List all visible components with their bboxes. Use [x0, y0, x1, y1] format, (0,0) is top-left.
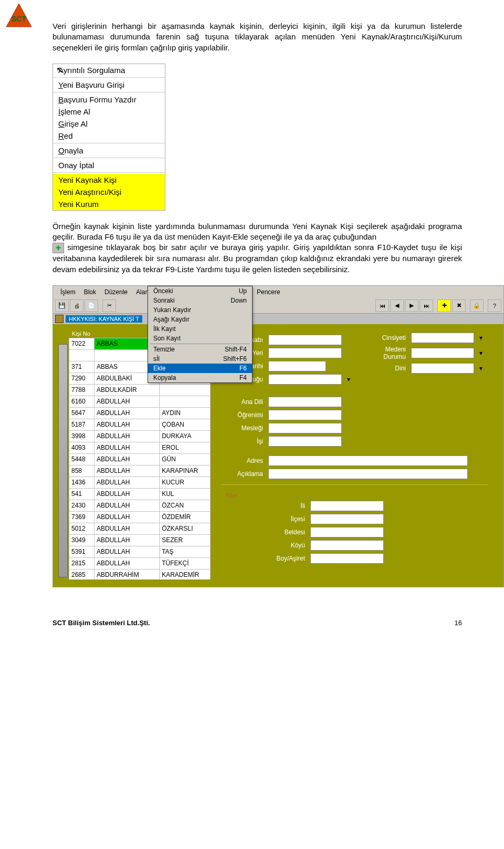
- label-beldesi: Beldesi: [263, 529, 305, 536]
- menu-item[interactable]: Yeni Başvuru Girişi: [53, 79, 165, 91]
- label-adres: Adres: [221, 457, 263, 464]
- kayit-dropdown-menu: ÖncekiUpSonrakiDownYukarı KaydırAşağı Ka…: [148, 286, 253, 383]
- label-ana-dili: Ana Dili: [221, 398, 263, 406]
- table-row[interactable]: 5448ABDULLAHGÜN: [69, 453, 211, 465]
- dropdown-item[interactable]: Aşağı Kaydır: [148, 315, 252, 324]
- menu-item[interactable]: Onayla: [53, 144, 165, 157]
- input-dogum-yeri[interactable]: [268, 348, 342, 358]
- dropdown-item[interactable]: ÖncekiUp: [148, 286, 252, 296]
- svg-text:SCT: SCT: [12, 15, 26, 23]
- table-row[interactable]: 4093ABDULLAHEROL: [69, 442, 211, 453]
- menu-separator: [53, 158, 165, 158]
- table-row[interactable]: 3049ABDULLAHSEZER: [69, 534, 211, 546]
- table-row[interactable]: 2685ABDURRAHİMKARADEMİR: [69, 569, 211, 579]
- input-dogum-tarihi[interactable]: [268, 361, 326, 371]
- menubar-item[interactable]: Düzenle: [101, 287, 131, 297]
- table-row[interactable]: 858ABDULLAHKARAPINAR: [69, 465, 211, 477]
- label-medeni: Medeni Durumu: [364, 346, 406, 360]
- input-ogrenimi[interactable]: [268, 410, 342, 420]
- input-beldesi[interactable]: [310, 527, 384, 537]
- label-cinsiyeti: Cinsiyeti: [364, 334, 406, 341]
- toolbar-add-record[interactable]: ✚: [437, 299, 451, 312]
- toolbar-button[interactable]: 💾: [55, 299, 69, 312]
- table-row[interactable]: 541ABDULLAHKUL: [69, 488, 211, 500]
- table-row[interactable]: 2430ABDULLAHÖZCAN: [69, 500, 211, 511]
- page-footer: SCT Bilişim Sistemleri Ltd.Şti. 16: [52, 619, 462, 627]
- window-title: HKKYKISI: KAYNAK KİŞİ T: [66, 315, 142, 323]
- input-medeni[interactable]: [411, 348, 474, 358]
- dropdown-item[interactable]: İlk Kayıt: [148, 324, 252, 334]
- label-dini: Dini: [364, 365, 406, 372]
- application-screenshot: İşlemBlokDüzenleAlanKayıtSorguYardımDiğe…: [52, 285, 504, 587]
- label-aciklama: Açıklama: [221, 470, 263, 478]
- input-dini[interactable]: [411, 363, 474, 374]
- toolbar-nav-prev[interactable]: ◀: [390, 299, 404, 312]
- input-ilcesi[interactable]: [310, 514, 384, 524]
- top-right-field-group: Cinsiyeti▾ Medeni Durumu▾ Dini▾: [364, 333, 482, 376]
- input-aciklama[interactable]: [268, 469, 468, 479]
- menu-item-highlighted[interactable]: Yeni Kaynak Kişi: [53, 174, 165, 186]
- menu-item-highlighted[interactable]: Yeni Araştırıcı/Kişi: [53, 186, 165, 198]
- toolbar-button[interactable]: ✂: [102, 299, 116, 312]
- menubar-item[interactable]: İşlem: [57, 287, 79, 297]
- input-ana-dili[interactable]: [268, 397, 342, 407]
- table-row[interactable]: 5012ABDULLAHÖZKARSLI: [69, 523, 211, 534]
- input-koyu[interactable]: [310, 540, 384, 551]
- toolbar-nav-last[interactable]: ⏭: [419, 299, 433, 312]
- toolbar-nav-next[interactable]: ▶: [405, 299, 418, 312]
- input-isi[interactable]: [268, 436, 342, 447]
- page-number: 16: [455, 619, 462, 627]
- window-icon: [55, 315, 64, 323]
- input-uyrugu[interactable]: [268, 374, 342, 385]
- table-row[interactable]: 3998ABDULLAHDURKAYA: [69, 430, 211, 442]
- detail-panel: Cinsiyeti▾ Medeni Durumu▾ Dini▾ Lakabı D…: [211, 329, 498, 582]
- table-row[interactable]: 2815ABDULLAHTÜFEKÇİ: [69, 557, 211, 569]
- dropdown-item[interactable]: Yukarı Kaydır: [148, 305, 252, 315]
- toolbar-help[interactable]: ?: [488, 299, 501, 312]
- dropdown-separator: [150, 344, 250, 344]
- input-meslegi[interactable]: [268, 423, 342, 433]
- table-row[interactable]: 5187ABDULLAHÇOBAN: [69, 419, 211, 430]
- menu-item[interactable]: ↖Ayrıntılı Sorgulama: [53, 64, 165, 76]
- add-record-toolbar-icon: [52, 243, 64, 253]
- toolbar-button[interactable]: 🔒: [470, 299, 484, 312]
- dropdown-item[interactable]: EkleF6: [148, 364, 252, 373]
- table-row[interactable]: 5391ABDULLAHTAŞ: [69, 546, 211, 557]
- menu-item[interactable]: Red: [53, 130, 165, 142]
- dropdown-item[interactable]: Son Kayıt: [148, 334, 252, 343]
- dropdown-item[interactable]: KopyalaF4: [148, 373, 252, 382]
- menu-item[interactable]: Başvuru Formu Yazdır: [53, 94, 165, 106]
- input-lakabi[interactable]: [268, 335, 342, 345]
- toolbar-nav-first[interactable]: ⏮: [375, 299, 389, 312]
- menu-item[interactable]: Girişe Al: [53, 118, 165, 130]
- yore-fieldset: Yöre İli İlçesi Beldesi Köyü Boy/Aşiret: [221, 484, 488, 564]
- input-boy[interactable]: [310, 553, 384, 564]
- input-adres[interactable]: [268, 455, 468, 466]
- dropdown-item[interactable]: TemizleShift-F4: [148, 345, 252, 354]
- menu-separator: [53, 77, 165, 78]
- toolbar-button[interactable]: 📄: [85, 299, 98, 312]
- input-cinsiyeti[interactable]: [411, 333, 474, 343]
- menu-item[interactable]: İşleme Al: [53, 106, 165, 118]
- table-row[interactable]: 7788ABDULKADİR: [69, 384, 211, 396]
- label-ilcesi: İlçesi: [263, 515, 305, 523]
- menubar-item[interactable]: Blok: [81, 287, 99, 297]
- label-isi: İşi: [221, 438, 263, 445]
- label-ili: İli: [263, 502, 305, 510]
- scrollbar[interactable]: [58, 344, 68, 577]
- dropdown-item[interactable]: sİlShift+F6: [148, 354, 252, 364]
- toolbar-button[interactable]: 🖨: [70, 299, 83, 312]
- toolbar-delete-record[interactable]: ✖: [452, 299, 466, 312]
- label-ogrenimi: Öğrenimi: [221, 411, 263, 419]
- table-row[interactable]: 1436ABDULLAHKUCUR: [69, 477, 211, 488]
- window-title-row: HKKYKISI: KAYNAK KİŞİ T: [53, 314, 503, 324]
- menu-item-highlighted[interactable]: Yeni Kurum: [53, 198, 165, 210]
- menu-item[interactable]: Onay İptal: [53, 159, 165, 171]
- paragraph-1: Veri girişlerinin herhangi bir aşamasınd…: [52, 21, 462, 53]
- menubar-item[interactable]: Pencere: [254, 287, 284, 297]
- dropdown-item[interactable]: SonrakiDown: [148, 296, 252, 305]
- table-row[interactable]: 6160ABDULLAH: [69, 396, 211, 407]
- table-row[interactable]: 7369ABDULLAHÖZDEMİR: [69, 511, 211, 523]
- table-row[interactable]: 5647ABDULLAHAYDIN: [69, 407, 211, 419]
- input-ili[interactable]: [310, 501, 384, 511]
